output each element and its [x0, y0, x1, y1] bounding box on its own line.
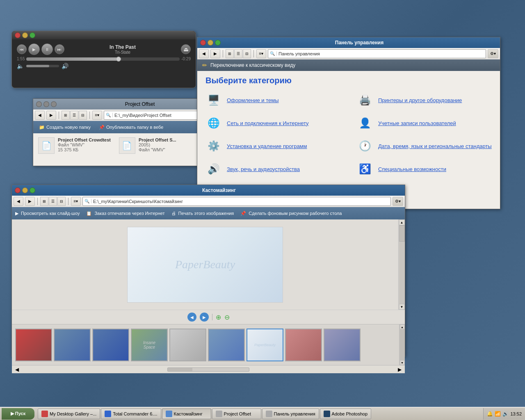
- prev-btn[interactable]: ⏮: [17, 44, 27, 54]
- kastom-address[interactable]: E:\_my\Картинки\Скриншоты\Кастомайзинг: [91, 199, 390, 204]
- cp-cat-datetime[interactable]: 🕐 Дата, время, язык и региональные станд…: [357, 138, 492, 154]
- kastom-print-btn[interactable]: 🖨 Печать этого изображения: [171, 211, 234, 216]
- cp-classic-bar[interactable]: ✏ Переключение к классическому виду: [197, 59, 500, 71]
- zoom-in-btn[interactable]: ⊕: [216, 313, 221, 321]
- cp-cat-sound[interactable]: 🔊 Звук, речь и аудиоустройства: [205, 161, 340, 177]
- cp-forward-btn[interactable]: ▶: [210, 49, 220, 58]
- k-icon-view[interactable]: ⊞: [40, 197, 48, 206]
- zoom-out-btn[interactable]: ⊖: [224, 313, 230, 321]
- media-window-controls[interactable]: [14, 32, 36, 38]
- k-menu-btn[interactable]: ≡▾: [71, 197, 81, 206]
- cp-window-controls[interactable]: [200, 40, 221, 46]
- taskbar-item-totalcmd[interactable]: Total Commander 6....: [101, 409, 161, 419]
- scroll-down-btn[interactable]: ▼: [399, 304, 405, 310]
- cp-cat-programs[interactable]: ⚙️ Установка и удаление программ: [205, 138, 340, 154]
- cp-search-box[interactable]: 🔍 Панель управления: [268, 49, 486, 58]
- taskbar-item-cp[interactable]: Панель управления: [262, 409, 319, 419]
- thumb-1[interactable]: [15, 329, 52, 361]
- kastom-slideshow-btn[interactable]: ▶ Просмотреть как слайд-шоу: [15, 211, 80, 216]
- cp-taskbar-icon: [266, 411, 272, 417]
- thumb-6[interactable]: [208, 329, 245, 361]
- cp-menu-btn[interactable]: ≡▾: [256, 49, 266, 58]
- cp-sep1: [223, 50, 223, 57]
- k-list-view[interactable]: ☰: [49, 197, 57, 206]
- cp-min-btn[interactable]: [208, 40, 213, 46]
- thumb-2[interactable]: [54, 329, 91, 361]
- thumb-5[interactable]: [169, 329, 206, 361]
- scroll-left-btn[interactable]: ◀: [15, 367, 19, 372]
- thumb-4[interactable]: InsaneSpace: [131, 329, 168, 361]
- kastom-back-btn[interactable]: ◀: [14, 197, 23, 206]
- k-detail-view[interactable]: ⊟: [57, 197, 66, 206]
- taskbar-item-projoffset[interactable]: Project Offset: [212, 409, 261, 419]
- cp-detail-view[interactable]: ⊟: [243, 49, 251, 58]
- po-detail-view[interactable]: ⊟: [79, 111, 87, 120]
- prev-image-btn[interactable]: ◀: [187, 313, 196, 322]
- scroll-up-btn[interactable]: ▲: [399, 219, 405, 225]
- po-window-controls[interactable]: [36, 101, 57, 107]
- thumb-8[interactable]: [285, 329, 322, 361]
- po-list-view[interactable]: ☰: [70, 111, 78, 120]
- thumb-scroll-down[interactable]: ▼: [400, 360, 405, 365]
- close-btn[interactable]: [15, 32, 21, 38]
- po-publish-btn[interactable]: 📌 Опубликовать папку в вебе: [96, 123, 166, 132]
- cp-cat-themes[interactable]: 🖥️ Оформление и темы: [205, 92, 340, 108]
- po-max-btn[interactable]: [51, 101, 57, 107]
- kastom-window-controls[interactable]: [14, 187, 36, 193]
- eject-btn[interactable]: ⏏: [181, 44, 191, 54]
- po-create-folder-btn[interactable]: 📁 Создать новую папку: [37, 123, 93, 132]
- po-icon-view[interactable]: ⊞: [62, 111, 70, 120]
- cp-icon-accessibility: ♿: [357, 161, 373, 177]
- pause-btn[interactable]: ⏸: [41, 43, 53, 55]
- next-btn[interactable]: ⏭: [55, 44, 64, 54]
- scroll-thumb[interactable]: [399, 225, 405, 242]
- thumb-3[interactable]: [92, 329, 129, 361]
- cp-max-btn[interactable]: [215, 40, 221, 46]
- po-min-btn[interactable]: [43, 101, 49, 107]
- cp-cat-printers[interactable]: 🖨️ Принтеры и другое оборудование: [357, 92, 492, 108]
- thumb-7-active[interactable]: PaperBeauty: [247, 329, 283, 361]
- scroll-right-btn[interactable]: ▶: [398, 367, 402, 372]
- cp-cat-network[interactable]: 🌐 Сеть и подключения к Интернету: [205, 115, 340, 131]
- kastom-close-btn[interactable]: [15, 187, 21, 193]
- kastom-settings-btn[interactable]: ⚙▾: [393, 197, 403, 206]
- cp-icon-view[interactable]: ⊞: [226, 49, 234, 58]
- po-file-2[interactable]: 📄 Project Offset S... 2005) Файл "WMV": [119, 137, 176, 154]
- cp-address[interactable]: Панель управления: [277, 51, 486, 56]
- cp-cat-accessibility[interactable]: ♿ Специальные возможности: [357, 161, 492, 177]
- progress-thumb[interactable]: [116, 57, 121, 62]
- taskbar-item-photoshop[interactable]: Adobe Photoshop: [320, 409, 371, 419]
- thumb-9[interactable]: [324, 329, 361, 361]
- po-menu-btn[interactable]: ≡▾: [92, 111, 102, 120]
- progress-bar[interactable]: [26, 57, 180, 61]
- taskbar-item-kastom[interactable]: Кастомайзинг: [162, 409, 211, 419]
- thumb-scrollbar[interactable]: ▲ ▼: [399, 324, 405, 365]
- play-btn[interactable]: ▶: [28, 43, 40, 55]
- po-close-btn[interactable]: [36, 101, 42, 107]
- taskbar-item-gallery[interactable]: My Desktop Gallery –...: [38, 409, 100, 419]
- po-actions-bar: 📁 Создать новую папку 📌 Опубликовать пап…: [33, 121, 225, 133]
- thumb-scroll-up[interactable]: ▲: [400, 324, 405, 329]
- cp-cat-users[interactable]: 👤 Учетные записи пользователей: [357, 115, 492, 131]
- po-forward-btn[interactable]: ▶: [46, 111, 56, 120]
- kastom-wallpaper-btn[interactable]: 📌 Сделать фоновым рисунком рабочего стол…: [240, 211, 342, 216]
- kastom-max-btn[interactable]: [30, 187, 35, 193]
- kastom-min-btn[interactable]: [22, 187, 28, 193]
- po-file-1[interactable]: 📄 Project Offset Crowdtest Файл "WMV" 15…: [38, 137, 111, 154]
- volume-slider[interactable]: [26, 65, 59, 67]
- next-image-btn[interactable]: ▶: [200, 313, 209, 322]
- cp-settings-btn[interactable]: ⚙▾: [488, 49, 498, 58]
- min-btn[interactable]: [22, 32, 28, 38]
- cp-close-btn[interactable]: [200, 40, 206, 46]
- kastom-search-box[interactable]: 🔍 E:\_my\Картинки\Скриншоты\Кастомайзинг: [82, 197, 391, 206]
- h-scrollbar[interactable]: [167, 368, 249, 372]
- kastom-order-btn[interactable]: 📋 Заказ отпечатков через Интернет: [86, 211, 164, 216]
- start-button[interactable]: ▶ Пуск: [2, 408, 34, 420]
- kastom-forward-btn[interactable]: ▶: [25, 197, 35, 206]
- right-scrollbar[interactable]: ▲ ▼: [398, 219, 405, 310]
- cp-back-btn[interactable]: ◀: [199, 49, 209, 58]
- cp-classic-icon: ✏: [202, 62, 207, 68]
- po-back-btn[interactable]: ◀: [35, 111, 45, 120]
- max-btn[interactable]: [30, 32, 35, 38]
- cp-list-view[interactable]: ☰: [234, 49, 242, 58]
